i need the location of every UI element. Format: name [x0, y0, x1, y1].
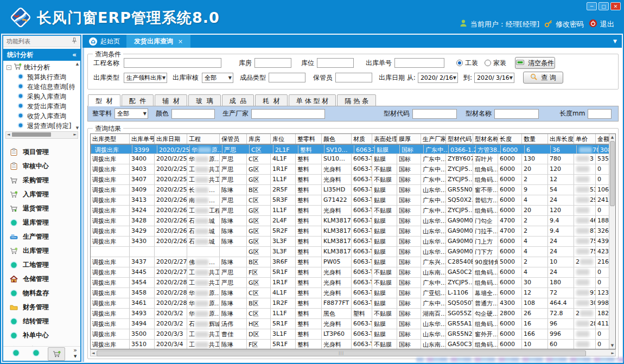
tree-item[interactable]: 退货查询[待定]: [7, 121, 75, 131]
tab-shipment-query[interactable]: 发货出库查询 ×: [126, 35, 190, 48]
table-row[interactable]: 调拨出库34092020/2/25长…陈琳B区2R5F整料LI35HD6063-…: [91, 185, 615, 195]
date-to-select[interactable]: 2020/ 3/16▼: [474, 73, 514, 83]
table-row[interactable]: 调拨出库34372020/2/27佛…陈琳B区3R6F整料PW056063-T5…: [91, 257, 615, 267]
order-no-input[interactable]: [394, 58, 444, 68]
sidebar-item[interactable]: 退货管理: [3, 201, 80, 215]
tree-item[interactable]: 发货出库查询: [7, 101, 75, 111]
column-header[interactable]: 数量: [522, 134, 548, 144]
outbound-type-select[interactable]: 生产领料出库▼: [124, 73, 167, 83]
color-input[interactable]: [171, 109, 215, 119]
sidebar-item[interactable]: 结转管理: [3, 314, 80, 328]
material-tab[interactable]: 辅 材: [155, 94, 187, 106]
sidebar-item[interactable]: 项目管理: [3, 145, 80, 159]
tree-item[interactable]: 采购入库查询: [7, 92, 75, 101]
whole-piece-select[interactable]: 全部▼: [114, 108, 148, 119]
sidebar-item[interactable]: 审核中心: [3, 159, 80, 173]
warehouse-input[interactable]: [254, 58, 291, 68]
table-row[interactable]: 调拨出库34132020/2/26南…严思C区5R3F整料G714226063-…: [91, 195, 615, 206]
table-row[interactable]: 调拨出库34542020/2/28工共工程严思G区1R1F整料光身料6063-T…: [91, 278, 615, 288]
material-tab[interactable]: 型 材: [88, 94, 120, 106]
table-row[interactable]: 调拨出库34942020/3/2石辉城汤伟H区5R1F整料光身料6063-T5贴…: [91, 319, 615, 329]
table-row[interactable]: 调拨出库34292020/2/26石城陈琳G区5R2F整料KLM38176063…: [91, 226, 615, 237]
scroll-up-icon[interactable]: ▲: [609, 134, 615, 140]
table-row[interactable]: 调拨出库34302020/2/26石城陈琳G区3L3F整料KLM38176063…: [91, 237, 615, 247]
scroll-right-icon[interactable]: ►: [74, 132, 77, 138]
material-tab[interactable]: 成 品: [222, 94, 254, 106]
sidebar-item[interactable]: 退库管理: [3, 215, 80, 229]
table-row[interactable]: 调拨出库34242020/2/26工工程严思G区1L1F整料光身料6063-T5…: [91, 206, 615, 216]
column-header[interactable]: 保管员: [220, 134, 247, 144]
tree-item[interactable]: 预算执行查询: [7, 72, 75, 82]
column-header[interactable]: 颜色: [322, 134, 352, 144]
column-header[interactable]: 膜厚: [397, 134, 421, 144]
table-row[interactable]: 调拨出库34002020/2/25华原…严思C区4L1F整料SU10…6063-…: [91, 154, 615, 164]
material-tab[interactable]: 单 体 型 材: [289, 94, 336, 106]
table-row[interactable]: 调拨出库34612020/2/28华原…陈琳B区1R2F整料F8877FT606…: [91, 298, 615, 309]
sidebar-item[interactable]: 入库管理: [3, 187, 80, 201]
teal-dot-icon[interactable]: [32, 349, 40, 359]
tab-home[interactable]: ⌂ 起始页: [82, 35, 126, 48]
logout-button[interactable]: 退出: [589, 19, 614, 29]
column-header[interactable]: 库位: [271, 134, 296, 144]
tab-list-caret-icon[interactable]: ▼: [613, 39, 617, 44]
material-tab[interactable]: 配 件: [122, 94, 154, 106]
material-tab[interactable]: 耗 材: [255, 94, 288, 106]
table-row[interactable]: 调拨出库34582020/2/28华原…陈琳C区4L1F整料光身料6063-T5…: [91, 288, 615, 298]
scrollbar-thumb[interactable]: |||: [97, 350, 586, 356]
column-header[interactable]: 材质: [352, 134, 372, 144]
radio-gongzhuang[interactable]: [456, 60, 463, 66]
column-header[interactable]: 库房: [247, 134, 271, 144]
tree-root[interactable]: - 统计分析: [7, 62, 75, 72]
table-row[interactable]: 调拨出库34032020/2/25工共工程严思G区1R1F整料光身料6063-T…: [91, 164, 615, 175]
material-tab[interactable]: 玻 璃: [188, 94, 221, 106]
scroll-left-icon[interactable]: ◄: [92, 350, 94, 356]
scroll-left-icon[interactable]: ◄: [7, 132, 10, 138]
column-header[interactable]: 出库长度: [548, 134, 574, 144]
column-header[interactable]: 生产厂家: [421, 134, 446, 144]
column-header[interactable]: 型材名称: [473, 134, 498, 144]
column-header[interactable]: 型材代码: [446, 134, 473, 144]
manufacturer-input[interactable]: [251, 109, 325, 119]
scroll-up-icon[interactable]: ▲: [76, 62, 79, 66]
table-row[interactable]: 调拨出库33992020/2/25华原…严思C区2L1F整料SV10…6063-…: [91, 144, 615, 154]
column-header[interactable]: 工程: [187, 134, 220, 144]
sidebar-section-statistics[interactable]: 统计分析 «: [3, 49, 80, 61]
tree-item[interactable]: 收货入库查询: [7, 111, 75, 121]
tab-close-icon[interactable]: ×: [178, 38, 183, 45]
minimize-button[interactable]: ─: [587, 2, 597, 10]
table-row[interactable]: 调拨出库34932020/3/2华原…陈琳C区1L1F整料黑色塑料不贴膜国标湖南…: [91, 309, 615, 319]
profile-name-input[interactable]: [494, 109, 539, 119]
sidebar-item[interactable]: 采购管理: [3, 173, 80, 187]
table-row[interactable]: 调拨出库34452020/2/27工共工程严思F区5R1F整料光身料6063-T…: [91, 267, 615, 278]
sidebar-item[interactable]: 财务管理: [3, 300, 80, 314]
project-name-input[interactable]: [124, 58, 221, 68]
scrollbar-thumb[interactable]: [12, 132, 51, 137]
maximize-button[interactable]: □: [598, 2, 609, 10]
horizontal-scrollbar[interactable]: ◄ ||| ►: [90, 349, 616, 356]
audit-select[interactable]: 全部▼: [202, 73, 233, 83]
cart-button[interactable]: [48, 347, 65, 361]
date-from-select[interactable]: 2020/ 2/16▼: [418, 73, 458, 83]
sidebar-item[interactable]: 报废管理: [3, 342, 80, 346]
location-input[interactable]: [317, 58, 354, 68]
length-input[interactable]: [588, 109, 612, 119]
table-row[interactable]: 调拨出库35102020/3/4工共工程陈琳F区5R1F整料光身料6063-T5…: [91, 340, 615, 349]
teal-dot-icon[interactable]: [12, 349, 20, 359]
collapse-icon[interactable]: «: [72, 51, 77, 59]
column-header[interactable]: 出库单号: [130, 134, 155, 144]
change-password-button[interactable]: 修改密码: [544, 19, 584, 29]
table-row[interactable]: 调拨出库34072020/2/25工共工程严思G区1L1F整料光身料6063-T…: [91, 175, 615, 185]
more-button[interactable]: »▼: [73, 348, 77, 359]
tree-horizontal-scrollbar[interactable]: ◄ ►: [5, 131, 78, 139]
scroll-down-icon[interactable]: ▼: [609, 343, 615, 349]
column-header[interactable]: 单价: [574, 134, 596, 144]
table-row[interactable]: 调拨出库34282020/2/26石城陈琳G区2L4F整料KLM38176063…: [91, 216, 615, 226]
radio-jiazhuang[interactable]: [485, 60, 491, 66]
sidebar-item[interactable]: 生产管理: [3, 229, 80, 244]
vertical-scrollbar[interactable]: ▲ ▼: [609, 134, 615, 349]
material-tab[interactable]: 隔 热 条: [337, 94, 376, 106]
sidebar-item[interactable]: 物料盘存: [3, 286, 80, 300]
scrollbar-thumb[interactable]: [610, 141, 615, 206]
pin-icon[interactable]: [72, 37, 77, 46]
sidebar-item[interactable]: 出库管理: [3, 244, 80, 258]
